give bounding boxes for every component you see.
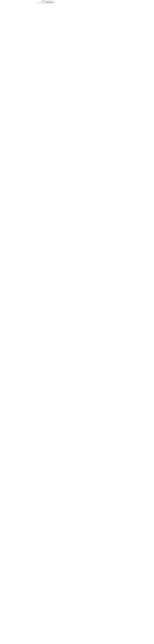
attributes-header: attributes [41,1,54,4]
conn-attr-hdr [36,3,41,3]
attributes-icon [43,1,45,3]
